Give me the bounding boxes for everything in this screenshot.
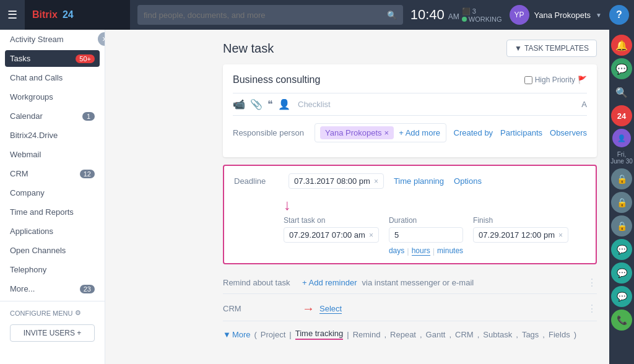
sidebar-item-webmail[interactable]: Webmail bbox=[0, 145, 105, 164]
lock1-icon[interactable]: 🔒 bbox=[611, 168, 632, 189]
responsible-person-tag[interactable]: Yana Prokopets × bbox=[320, 126, 394, 139]
notifications-icon[interactable]: 🔔 bbox=[611, 35, 632, 56]
crm-drag-handle[interactable]: ⋮ bbox=[587, 303, 597, 314]
attachment-icon[interactable]: 📎 bbox=[250, 98, 263, 110]
minutes-link[interactable]: minutes bbox=[437, 246, 463, 256]
configure-label: CONFIGURE MENU bbox=[10, 310, 72, 317]
chat2-icon[interactable]: 💬 bbox=[611, 239, 632, 260]
sidebar-wrapper: × Activity Stream Tasks 50+ Chat and Cal… bbox=[0, 0, 105, 364]
messages-count: ⬛ 3 bbox=[462, 7, 502, 15]
sidebar-item-label: Activity Stream bbox=[10, 35, 64, 44]
clear-start-icon[interactable]: × bbox=[369, 231, 373, 240]
quote-icon[interactable]: ❝ bbox=[267, 98, 273, 110]
more-item-remind[interactable]: Remind bbox=[353, 330, 381, 339]
created-by-link[interactable]: Created by bbox=[454, 128, 493, 137]
more-item-subtask[interactable]: Subtask bbox=[483, 330, 512, 339]
sidebar-item-open-channels[interactable]: Open Channels bbox=[0, 241, 105, 260]
crm-select-button[interactable]: Select bbox=[319, 304, 342, 314]
more-item-time-tracking[interactable]: Time tracking bbox=[295, 329, 344, 340]
sidebar-item-chat-calls[interactable]: Chat and Calls bbox=[0, 68, 105, 87]
more-toggle-button[interactable]: ▼ More bbox=[223, 330, 251, 339]
search-input[interactable] bbox=[144, 11, 387, 20]
start-task-field: Start task on 07.29.2017 07:00 am × bbox=[284, 216, 379, 243]
crm-arrow-icon: → bbox=[302, 301, 315, 316]
plus-icon: + bbox=[77, 329, 81, 337]
more-item-repeat[interactable]: Repeat bbox=[390, 330, 416, 339]
responsible-row: Responsible person Yana Prokopets × + Ad… bbox=[233, 123, 587, 142]
sidebar-item-label: Applications bbox=[10, 227, 53, 236]
more-item-tags[interactable]: Tags bbox=[522, 330, 539, 339]
observers-link[interactable]: Observers bbox=[550, 128, 587, 137]
status-dot bbox=[462, 17, 467, 22]
sidebar-item-label: Webmail bbox=[10, 150, 41, 159]
responsible-label: Responsible person bbox=[233, 128, 307, 137]
sidebar-item-applications[interactable]: Applications bbox=[0, 222, 105, 241]
sidebar-item-tasks[interactable]: Tasks 50+ bbox=[5, 50, 100, 67]
add-more-button[interactable]: + Add more bbox=[399, 128, 440, 137]
phone-icon[interactable]: 📞 bbox=[611, 310, 632, 331]
sidebar-item-telephony[interactable]: Telephony bbox=[0, 260, 105, 279]
chat-icon[interactable]: 💬 bbox=[611, 58, 632, 79]
menu-icon[interactable]: ☰ bbox=[0, 8, 25, 22]
flag-icon: 🚩 bbox=[578, 76, 587, 84]
participants-link[interactable]: Participants bbox=[500, 128, 542, 137]
invite-users-button[interactable]: INVITE USERS + bbox=[10, 324, 95, 342]
person-strip-icon[interactable]: 👤 bbox=[612, 129, 631, 147]
sidebar-item-more[interactable]: More... 23 bbox=[0, 279, 105, 298]
more-item-fields[interactable]: Fields bbox=[549, 330, 570, 339]
more-item-gantt[interactable]: Gantt bbox=[426, 330, 446, 339]
crm-label: CRM bbox=[223, 304, 297, 313]
search-strip-icon[interactable]: 🔍 bbox=[611, 82, 632, 103]
chat4-icon[interactable]: 💬 bbox=[611, 286, 632, 307]
more-separator-end: ) bbox=[574, 330, 576, 339]
task-name: Business consulting bbox=[233, 74, 320, 85]
hours-link[interactable]: hours bbox=[412, 246, 430, 256]
time-planning-link[interactable]: Time planning bbox=[394, 176, 444, 186]
chevron-down-icon: ▼ bbox=[515, 44, 522, 53]
sidebar-item-crm[interactable]: CRM 12 bbox=[0, 164, 105, 183]
chat3-icon[interactable]: 💬 bbox=[611, 262, 632, 284]
sidebar-item-drive[interactable]: Bitrix24.Drive bbox=[0, 126, 105, 145]
task-templates-button[interactable]: ▼ TASK TEMPLATES bbox=[506, 40, 597, 57]
lock2-icon[interactable]: 🔒 bbox=[611, 192, 632, 213]
main-content: New task ▼ TASK TEMPLATES Business consu… bbox=[211, 30, 609, 364]
sidebar-item-label: Tasks bbox=[10, 54, 30, 63]
help-button[interactable]: ? bbox=[609, 5, 629, 25]
options-link[interactable]: Options bbox=[454, 176, 482, 186]
remove-responsible-icon[interactable]: × bbox=[384, 128, 389, 137]
clear-deadline-icon[interactable]: × bbox=[374, 177, 378, 186]
configure-menu-button[interactable]: CONFIGURE MENU ⚙ bbox=[0, 304, 105, 322]
duration-input[interactable]: 5 bbox=[389, 227, 463, 243]
gear-icon: ⚙ bbox=[75, 309, 81, 317]
duration-unit-links: days | hours | minutes bbox=[389, 246, 463, 256]
user-icon[interactable]: 👤 bbox=[278, 98, 290, 110]
topbar-right: YP Yana Prokopets ▼ ? bbox=[510, 5, 634, 25]
days-link[interactable]: days bbox=[389, 246, 404, 256]
more-item-project[interactable]: Project bbox=[261, 330, 285, 339]
sidebar-item-company[interactable]: Company bbox=[0, 183, 105, 202]
search-bar[interactable]: 🔍 bbox=[137, 5, 403, 25]
start-task-input[interactable]: 07.29.2017 07:00 am × bbox=[284, 227, 379, 243]
sidebar-item-calendar[interactable]: Calendar 1 bbox=[0, 106, 105, 126]
video-icon[interactable]: 📹 bbox=[233, 98, 245, 110]
lock3-icon[interactable]: 🔒 bbox=[611, 215, 632, 236]
sidebar-item-time-reports[interactable]: Time and Reports bbox=[0, 202, 105, 222]
format-icon[interactable]: A bbox=[581, 100, 587, 109]
add-reminder-button[interactable]: + Add reminder bbox=[302, 278, 357, 287]
deadline-value: 07.31.2017 08:00 pm bbox=[294, 176, 370, 186]
tasks-badge: 50+ bbox=[76, 54, 95, 63]
more-item-crm[interactable]: CRM bbox=[455, 330, 474, 339]
sidebar-item-workgroups[interactable]: Workgroups bbox=[0, 87, 105, 106]
deadline-input[interactable]: 07.31.2017 08:00 pm × bbox=[289, 173, 384, 189]
drag-handle[interactable]: ⋮ bbox=[587, 277, 597, 288]
user-info[interactable]: YP Yana Prokopets ▼ bbox=[510, 5, 602, 25]
high-priority-checkbox[interactable] bbox=[524, 76, 532, 84]
duration-field: Duration 5 days | hours | minutes bbox=[389, 216, 463, 256]
sidebar-item-label: Telephony bbox=[10, 265, 46, 274]
b24-icon[interactable]: 24 bbox=[611, 105, 632, 126]
sidebar-item-activity-stream[interactable]: Activity Stream bbox=[0, 30, 105, 49]
sidebar-item-label: Open Channels bbox=[10, 246, 66, 255]
sidebar-item-label: Company bbox=[10, 188, 45, 197]
clear-finish-icon[interactable]: × bbox=[558, 231, 563, 240]
finish-input[interactable]: 07.29.2017 12:00 pm × bbox=[473, 227, 568, 243]
